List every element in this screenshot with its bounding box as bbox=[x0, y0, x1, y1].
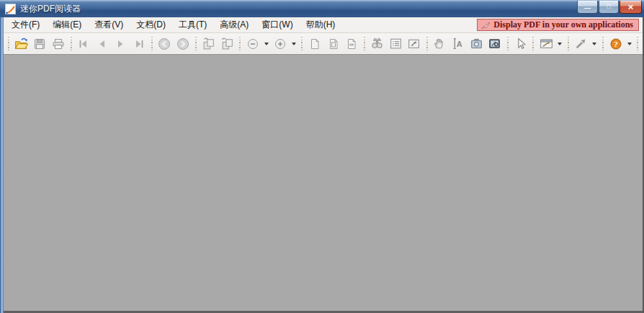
link-tool-dropdown[interactable] bbox=[590, 35, 599, 53]
menubar: 文件(F) 编辑(E) 查看(V) 文档(D) 工具(T) 高级(A) 窗口(W… bbox=[4, 17, 643, 33]
arrow-plane-icon bbox=[480, 20, 491, 30]
printer-icon bbox=[51, 37, 66, 51]
open-folder-icon bbox=[14, 36, 29, 51]
window-pen-icon bbox=[539, 36, 554, 51]
link-tool-button[interactable] bbox=[572, 35, 591, 53]
previous-page-icon bbox=[95, 37, 109, 51]
help-button[interactable]: ? bbox=[607, 35, 625, 53]
fit-page-button[interactable] bbox=[324, 35, 343, 53]
window-body: 文件(F) 编辑(E) 查看(V) 文档(D) 工具(T) 高级(A) 窗口(W… bbox=[4, 17, 643, 311]
chevron-down-icon bbox=[292, 43, 296, 45]
zoom-in-button[interactable] bbox=[271, 35, 290, 53]
first-page-icon bbox=[76, 37, 91, 51]
find-button[interactable] bbox=[368, 35, 387, 53]
maximize-button[interactable]: □ bbox=[599, 1, 619, 14]
last-page-button[interactable] bbox=[130, 35, 148, 53]
toolbar-separator bbox=[426, 37, 428, 50]
zoom-in-icon bbox=[273, 37, 287, 51]
toolbar: A bbox=[4, 33, 643, 55]
snapshot-button[interactable] bbox=[468, 35, 486, 53]
toolbar-separator bbox=[8, 37, 9, 50]
select-text-button[interactable]: A bbox=[449, 35, 468, 53]
zoom-in-dropdown[interactable] bbox=[290, 35, 299, 53]
hand-icon bbox=[432, 36, 447, 51]
previous-page-button[interactable] bbox=[93, 35, 112, 53]
menu-item-view[interactable]: 查看(V) bbox=[88, 17, 130, 32]
rotate-pages-left-icon bbox=[201, 36, 216, 51]
zoom-out-dropdown[interactable] bbox=[261, 35, 271, 53]
actual-size-button[interactable] bbox=[305, 35, 324, 53]
help-question-icon: ? bbox=[609, 37, 623, 51]
promo-banner[interactable]: Display PDF in your own applications bbox=[477, 19, 639, 31]
promo-banner-label: Display PDF in your own applications bbox=[493, 19, 633, 30]
window-controls: — □ × bbox=[576, 1, 642, 14]
full-screen-button[interactable] bbox=[405, 35, 424, 53]
page-fit-width-icon bbox=[344, 37, 359, 51]
toolbar-separator bbox=[507, 37, 509, 50]
save-button[interactable] bbox=[31, 35, 50, 53]
page-thumbnails-button[interactable] bbox=[387, 35, 406, 53]
titlebar: 迷你PDF阅读器 — □ × bbox=[0, 0, 644, 17]
menu-item-window[interactable]: 窗口(W) bbox=[255, 17, 299, 32]
box-arrow-icon bbox=[406, 36, 421, 51]
dark-window-icon bbox=[487, 36, 502, 51]
annotate-dropdown[interactable] bbox=[555, 35, 565, 53]
fit-width-button[interactable] bbox=[343, 35, 362, 53]
zoom-out-icon bbox=[246, 37, 260, 51]
rotate-right-button[interactable] bbox=[218, 35, 236, 53]
svg-text:?: ? bbox=[614, 39, 618, 48]
next-page-icon bbox=[113, 37, 128, 51]
menu-item-help[interactable]: 帮助(H) bbox=[300, 17, 342, 32]
toolbar-separator bbox=[637, 37, 638, 50]
chevron-down-icon bbox=[592, 43, 596, 45]
help-dropdown[interactable] bbox=[625, 35, 634, 53]
ne-arrow-icon bbox=[573, 36, 589, 51]
chevron-down-icon bbox=[558, 43, 562, 45]
hand-tool-button[interactable] bbox=[431, 35, 450, 53]
page-actual-size-icon bbox=[308, 37, 322, 51]
svg-text:A: A bbox=[457, 40, 462, 48]
last-page-icon bbox=[132, 37, 146, 51]
chevron-down-icon bbox=[264, 43, 269, 45]
binoculars-icon bbox=[370, 36, 385, 51]
menu-item-advanced[interactable]: 高级(A) bbox=[213, 17, 255, 32]
forward-circle-icon bbox=[176, 37, 190, 51]
document-viewport bbox=[4, 55, 643, 311]
text-select-icon: A bbox=[450, 36, 465, 51]
maximize-icon: □ bbox=[607, 4, 610, 10]
toolbar-separator bbox=[151, 37, 153, 50]
minimize-button[interactable]: — bbox=[577, 1, 598, 14]
rotate-pages-right-icon bbox=[220, 36, 235, 51]
select-annotation-button[interactable] bbox=[511, 35, 530, 53]
toolbar-separator bbox=[301, 37, 303, 50]
previous-view-button[interactable] bbox=[156, 35, 174, 53]
floppy-disk-icon bbox=[32, 37, 47, 51]
close-button[interactable]: × bbox=[620, 1, 642, 14]
next-page-button[interactable] bbox=[112, 35, 130, 53]
annotate-button[interactable] bbox=[537, 35, 555, 53]
menu-item-edit[interactable]: 编辑(E) bbox=[46, 17, 88, 32]
close-icon: × bbox=[628, 2, 634, 12]
window-title: 迷你PDF阅读器 bbox=[20, 3, 81, 15]
print-button[interactable] bbox=[49, 35, 68, 53]
list-panel-icon bbox=[388, 36, 403, 51]
menu-item-tools[interactable]: 工具(T) bbox=[172, 17, 213, 32]
next-view-button[interactable] bbox=[174, 35, 192, 53]
camera-icon bbox=[469, 36, 484, 51]
open-button[interactable] bbox=[12, 35, 31, 53]
first-page-button[interactable] bbox=[75, 35, 94, 53]
toolbar-separator bbox=[602, 37, 604, 50]
magnifier-button[interactable] bbox=[486, 35, 504, 53]
zoom-out-button[interactable] bbox=[243, 35, 262, 53]
rotate-left-button[interactable] bbox=[200, 35, 218, 53]
toolbar-separator bbox=[71, 37, 72, 50]
menu-item-document[interactable]: 文档(D) bbox=[130, 17, 172, 32]
toolbar-separator bbox=[195, 37, 197, 50]
app-window: 迷你PDF阅读器 — □ × 文件(F) 编辑(E) 查看(V) 文档(D) 工… bbox=[0, 0, 644, 313]
chevron-down-icon bbox=[627, 43, 632, 45]
menu-item-file[interactable]: 文件(F) bbox=[5, 17, 46, 32]
toolbar-separator bbox=[532, 37, 534, 50]
back-circle-icon bbox=[157, 37, 171, 51]
cursor-arrow-icon bbox=[513, 36, 528, 51]
app-logo-icon bbox=[5, 4, 16, 14]
